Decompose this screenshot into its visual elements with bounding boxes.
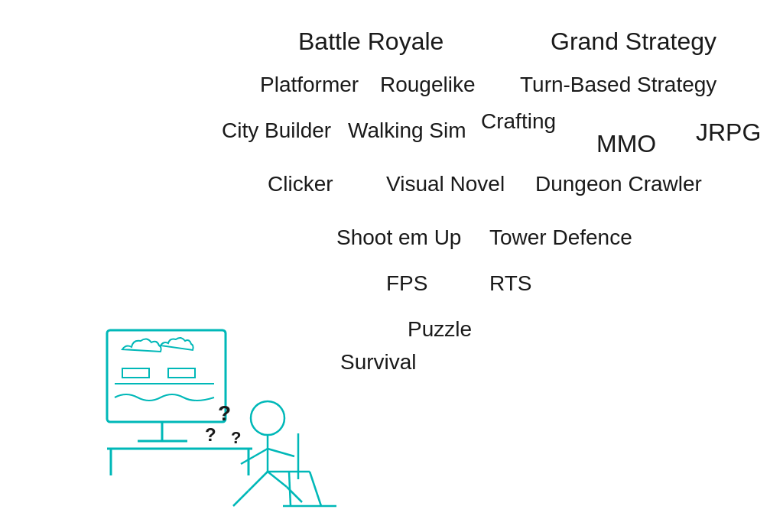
genre-label-fps: FPS bbox=[386, 271, 427, 296]
svg-text:?: ? bbox=[218, 401, 231, 425]
svg-line-14 bbox=[233, 491, 249, 506]
genre-label-city-builder: City Builder bbox=[222, 118, 331, 143]
svg-line-20 bbox=[289, 472, 291, 506]
genre-label-walking-sim: Walking Sim bbox=[348, 118, 466, 143]
svg-line-11 bbox=[241, 449, 268, 464]
genre-label-grand-strategy: Grand Strategy bbox=[551, 28, 716, 56]
genre-label-puzzle: Puzzle bbox=[408, 317, 472, 342]
genre-label-platformer: Platformer bbox=[260, 73, 359, 97]
svg-line-12 bbox=[268, 449, 294, 456]
genre-label-clicker: Clicker bbox=[268, 172, 333, 196]
svg-line-13 bbox=[249, 472, 268, 491]
genre-label-rts: RTS bbox=[489, 271, 532, 296]
genre-label-turn-based-strategy: Turn-Based Strategy bbox=[520, 73, 716, 97]
svg-point-9 bbox=[251, 401, 284, 435]
svg-rect-3 bbox=[168, 368, 195, 378]
genre-label-visual-novel: Visual Novel bbox=[386, 172, 505, 196]
genre-label-survival: Survival bbox=[340, 350, 417, 375]
genre-label-shoot-em-up: Shoot em Up bbox=[336, 225, 461, 250]
genre-label-dungeon-crawler: Dungeon Crawler bbox=[535, 172, 702, 196]
svg-rect-2 bbox=[122, 368, 149, 378]
genre-label-jrpg: JRPG bbox=[696, 118, 761, 147]
genre-label-rougelike: Rougelike bbox=[380, 73, 476, 97]
svg-text:?: ? bbox=[205, 424, 216, 445]
genre-label-battle-royale: Battle Royale bbox=[298, 28, 443, 56]
illustration: ? ? ? bbox=[99, 284, 359, 517]
svg-line-19 bbox=[310, 472, 321, 506]
svg-line-15 bbox=[268, 472, 287, 487]
svg-rect-0 bbox=[107, 330, 226, 422]
svg-text:?: ? bbox=[231, 428, 241, 447]
genre-label-tower-defence: Tower Defence bbox=[489, 225, 632, 250]
genre-label-crafting: Crafting bbox=[481, 109, 556, 134]
genre-label-mmo: MMO bbox=[596, 130, 656, 158]
